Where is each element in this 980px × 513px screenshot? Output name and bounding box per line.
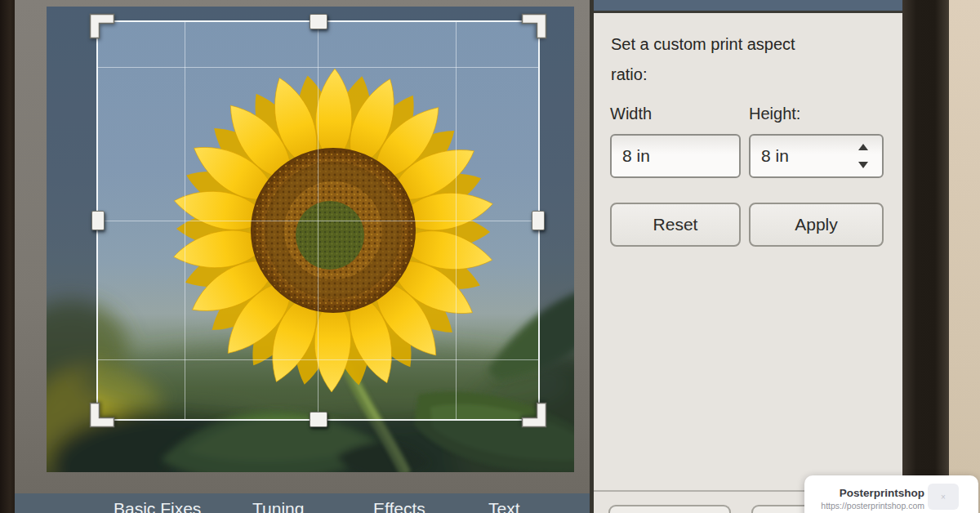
stepper-down-icon[interactable] [858,162,868,168]
apply-button[interactable]: Apply [749,203,884,247]
height-stepper [856,144,871,168]
crop-handle-top[interactable] [310,14,327,29]
panel-title: Set a custom print aspect ratio: [611,29,831,90]
tab-basic-fixes[interactable]: Basic Fixes [114,499,201,513]
crop-settings-panel: Set a custom print aspect ratio: Width H… [594,0,902,513]
tab-tuning[interactable]: Tuning [252,499,304,513]
monitor-bezel [902,0,949,513]
watermark-corner-icon[interactable]: × [928,484,959,510]
reset-button[interactable]: Reset [610,203,741,247]
crop-handle-top-left[interactable] [89,13,115,39]
photo-sunflower [47,7,574,472]
window-edge-strip [0,0,15,513]
tab-effects[interactable]: Effects [373,499,425,513]
editor-tab-bar: Basic Fixes Tuning Effects Text [15,493,590,513]
watermark-name: Posterprintshop [840,487,924,499]
clipped-button-left[interactable] [608,505,731,513]
crop-handle-bottom-right[interactable] [521,402,547,428]
crop-handle-bottom[interactable] [310,412,327,427]
width-field[interactable] [610,134,741,178]
height-label: Height: [749,105,800,123]
crop-handle-bottom-left[interactable] [89,402,115,428]
watermark-badge[interactable]: Posterprintshop https://posterprintshop.… [804,475,978,513]
crop-handle-left[interactable] [91,211,105,230]
watermark-url: https://posterprintshop.com [821,501,924,511]
desk-background [949,0,980,513]
panel-header-bar [594,0,902,13]
width-label: Width [610,105,652,123]
photo-canvas-frame [15,0,590,493]
crop-selection[interactable] [96,20,540,421]
crop-grid-line [98,359,538,360]
stepper-up-icon[interactable] [858,144,868,150]
crop-handle-right[interactable] [532,211,545,230]
crop-grid-line [98,67,538,68]
crop-grid-line [98,221,538,221]
crop-handle-top-right[interactable] [521,13,547,39]
tab-text[interactable]: Text [488,499,520,513]
